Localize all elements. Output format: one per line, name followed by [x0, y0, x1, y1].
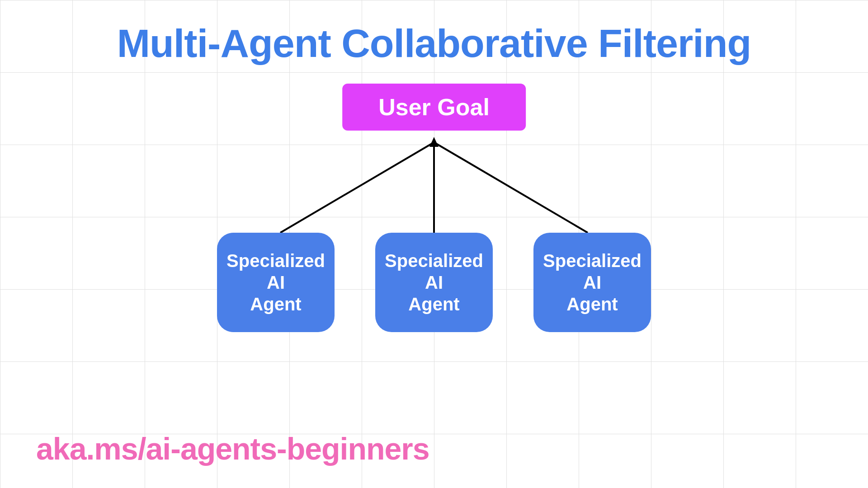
agents-row: SpecializedAIAgent SpecializedAIAgent Sp… [217, 233, 651, 332]
agent-box-right: SpecializedAIAgent [533, 233, 651, 332]
page-title: Multi-Agent Collaborative Filtering [117, 22, 751, 66]
svg-line-2 [434, 142, 588, 233]
agent-label-center: SpecializedAIAgent [385, 250, 483, 315]
page-content: Multi-Agent Collaborative Filtering User… [0, 0, 868, 488]
user-goal-box: User Goal [342, 84, 526, 131]
agent-box-center: SpecializedAIAgent [375, 233, 493, 332]
agent-label-right: SpecializedAIAgent [543, 250, 642, 315]
svg-line-0 [280, 142, 434, 233]
diagram-area: User Goal SpecializedAIAgent Specialized… [163, 84, 705, 332]
agent-label-left: SpecializedAIAgent [226, 250, 325, 315]
user-goal-label: User Goal [378, 94, 490, 121]
svg-marker-3 [429, 137, 439, 147]
agent-box-left: SpecializedAIAgent [217, 233, 335, 332]
